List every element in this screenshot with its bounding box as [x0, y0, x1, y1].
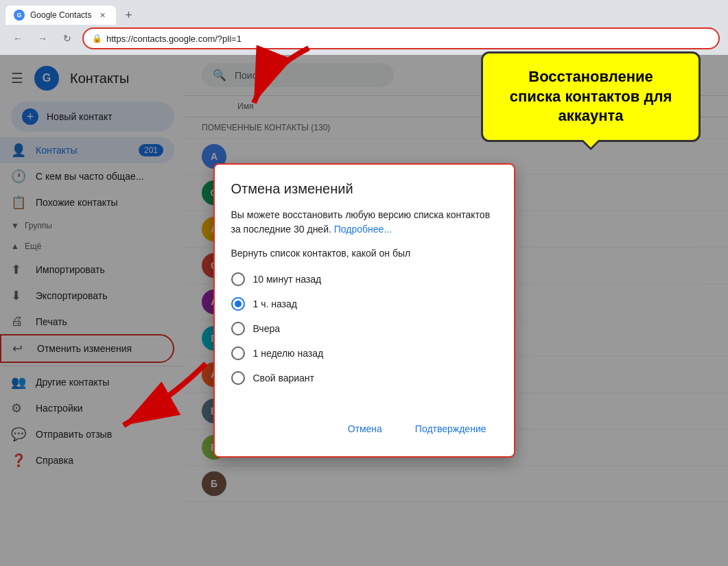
radio-option[interactable]: 1 неделю назад — [231, 341, 497, 366]
back-button[interactable]: ← — [8, 29, 27, 48]
forward-button[interactable]: → — [33, 29, 52, 48]
lock-icon: 🔒 — [92, 34, 102, 43]
radio-option[interactable]: 10 минут назад — [231, 267, 497, 292]
confirm-button[interactable]: Подтверждение — [404, 418, 497, 440]
radio-circle — [231, 297, 245, 311]
dialog-description: Вы можете восстановить любую версию спис… — [231, 208, 497, 237]
radio-label: Свой вариант — [253, 373, 315, 384]
radio-option[interactable]: 1 ч. назад — [231, 292, 497, 316]
tab-bar: G Google Contacts ✕ + — [0, 0, 728, 25]
undo-dialog: Отмена изменений Вы можете восстановить … — [213, 163, 515, 458]
radio-circle — [231, 322, 245, 335]
tab-favicon: G — [14, 10, 25, 21]
radio-label: 10 минут назад — [253, 274, 322, 285]
tab-title: Google Contacts — [30, 10, 91, 20]
address-bar-row: ← → ↻ 🔒 https://contacts.google.com/?pli… — [0, 25, 728, 55]
browser-chrome: G Google Contacts ✕ + ← → ↻ 🔒 https://co… — [0, 0, 728, 55]
dialog-title: Отмена изменений — [231, 181, 497, 197]
new-tab-button[interactable]: + — [119, 5, 138, 25]
address-bar[interactable]: 🔒 https://contacts.google.com/?pli=1 — [82, 27, 720, 49]
cancel-button[interactable]: Отмена — [337, 418, 393, 440]
dialog-link[interactable]: Подробнее... — [334, 224, 392, 235]
radio-label: Вчера — [253, 323, 281, 334]
url-text: https://contacts.google.com/?pli=1 — [106, 34, 242, 44]
radio-options: 10 минут назад 1 ч. назад Вчера 1 неделю… — [231, 267, 497, 390]
dialog-actions: Отмена Подтверждение — [231, 407, 497, 440]
radio-circle — [231, 346, 245, 360]
radio-circle — [231, 272, 245, 286]
callout-text: Восстановление списка контактов для акка… — [502, 67, 679, 126]
radio-label: 1 неделю назад — [253, 348, 324, 359]
radio-option[interactable]: Свой вариант — [231, 366, 497, 390]
radio-label: 1 ч. назад — [253, 298, 297, 309]
radio-circle — [231, 371, 245, 385]
refresh-button[interactable]: ↻ — [58, 29, 77, 48]
active-tab[interactable]: G Google Contacts ✕ — [5, 5, 116, 25]
radio-dot — [235, 300, 242, 307]
radio-option[interactable]: Вчера — [231, 316, 497, 341]
tab-close-button[interactable]: ✕ — [97, 10, 108, 21]
callout-bubble: Восстановление списка контактов для акка… — [481, 51, 701, 142]
dialog-subtitle: Вернуть список контактов, какой он был — [231, 248, 497, 259]
